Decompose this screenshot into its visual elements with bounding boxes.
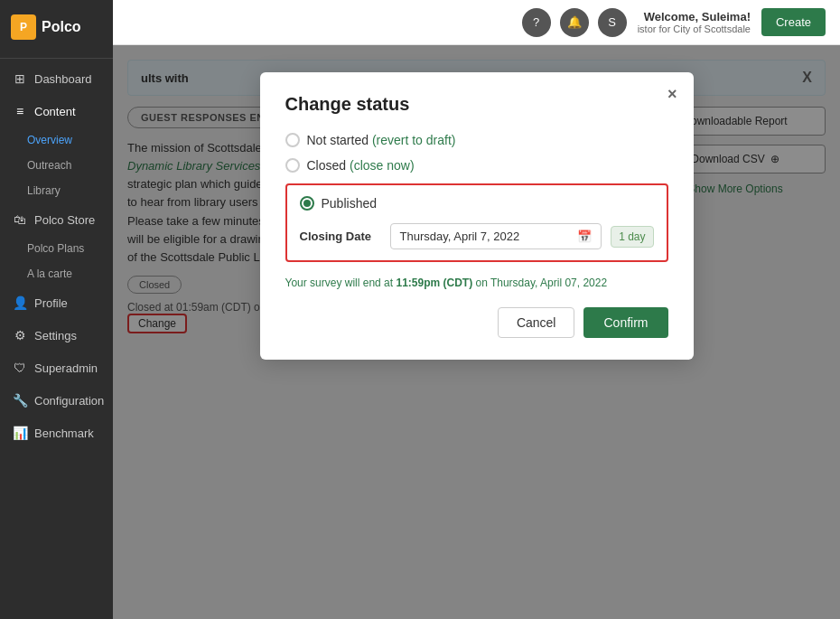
settings-icon: ⚙	[13, 328, 27, 342]
sidebar-subitem-overview[interactable]: Overview	[0, 127, 113, 153]
sidebar-item-benchmark[interactable]: 📊 Benchmark	[0, 417, 113, 449]
change-status-modal: Change status × Not started (revert to d…	[260, 72, 694, 360]
cancel-button[interactable]: Cancel	[498, 307, 575, 338]
content-icon: ≡	[13, 104, 27, 118]
avatar[interactable]: S	[598, 8, 627, 37]
radio-closed[interactable]: Closed (close now)	[285, 158, 668, 173]
modal-close-button[interactable]: ×	[667, 85, 677, 104]
sidebar-item-label-benchmark: Benchmark	[34, 427, 94, 440]
superadmin-icon: 🛡	[13, 361, 27, 375]
welcome-name: Welcome, Suleima!	[638, 10, 751, 23]
closing-date-row: Closing Date Thursday, April 7, 2022 📅 1…	[300, 223, 654, 249]
sidebar-item-profile[interactable]: 👤 Profile	[0, 286, 113, 319]
polco-logo-icon: P	[11, 14, 36, 40]
help-icon[interactable]: ?	[522, 8, 551, 37]
sidebar-item-content[interactable]: ≡ Content	[0, 95, 113, 127]
welcome-subtitle: istor for City of Scottsdale	[638, 23, 751, 34]
radio-published[interactable]: Published	[300, 196, 654, 211]
topbar-icon-group: ? 🔔 S	[522, 8, 627, 37]
sidebar-item-dashboard[interactable]: ⊞ Dashboard	[0, 62, 113, 95]
sidebar-logo: P Polco	[0, 0, 113, 54]
sidebar-item-label-profile: Profile	[34, 296, 68, 310]
sidebar-subitem-polco-plans[interactable]: Polco Plans	[0, 236, 113, 261]
radio-inner-published	[303, 200, 311, 207]
confirm-button[interactable]: Confirm	[583, 307, 667, 338]
radio-dot-not-started	[285, 133, 300, 147]
bell-icon[interactable]: 🔔	[560, 8, 589, 37]
sidebar-subitem-library[interactable]: Library	[0, 178, 113, 203]
configuration-icon: 🔧	[13, 393, 27, 408]
benchmark-icon: 📊	[13, 426, 27, 440]
dashboard-icon: ⊞	[13, 71, 27, 86]
modal-title: Change status	[285, 94, 668, 115]
welcome-text: Welcome, Suleima! istor for City of Scot…	[638, 10, 751, 34]
radio-label-published: Published	[322, 196, 378, 211]
sidebar-item-label-dashboard: Dashboard	[34, 72, 92, 86]
sidebar-subitem-a-la-carte[interactable]: A la carte	[0, 261, 113, 286]
published-box: Published Closing Date Thursday, April 7…	[285, 183, 668, 262]
day-badge: 1 day	[611, 226, 653, 248]
store-icon: 🛍	[13, 212, 27, 227]
survey-end-note: Your survey will end at 11:59pm (CDT) on…	[285, 277, 668, 289]
closing-date-value: Thursday, April 7, 2022	[400, 230, 520, 243]
modal-actions: Cancel Confirm	[285, 307, 668, 338]
status-radio-group: Not started (revert to draft) Closed (cl…	[285, 133, 668, 262]
closing-date-label: Closing Date	[300, 230, 381, 243]
polco-logo-text: Polco	[42, 19, 81, 35]
main-area: ? 🔔 S Welcome, Suleima! istor for City o…	[113, 0, 840, 619]
sidebar-item-polco-store[interactable]: 🛍 Polco Store	[0, 203, 113, 236]
radio-dot-published	[300, 196, 314, 211]
sidebar-subitem-outreach[interactable]: Outreach	[0, 153, 113, 178]
page-content: ults with X GUEST RESPONSES ENABLED The …	[113, 45, 840, 619]
profile-icon: 👤	[13, 295, 27, 310]
sidebar-item-configuration[interactable]: 🔧 Configuration	[0, 384, 113, 417]
modal-overlay: Change status × Not started (revert to d…	[113, 45, 840, 619]
sidebar-item-label-content: Content	[34, 105, 76, 118]
end-note-time: 11:59pm (CDT)	[396, 277, 472, 289]
sidebar-item-settings[interactable]: ⚙ Settings	[0, 319, 113, 352]
topbar: ? 🔔 S Welcome, Suleima! istor for City o…	[113, 0, 840, 45]
end-note-prefix: Your survey will end at	[285, 277, 397, 289]
sidebar-item-label-superadmin: Superadmin	[34, 361, 98, 375]
end-note-suffix: on Thursday, April 07, 2022	[472, 277, 607, 289]
create-button[interactable]: Create	[761, 8, 826, 36]
radio-not-started[interactable]: Not started (revert to draft)	[285, 133, 668, 147]
sidebar-item-superadmin[interactable]: 🛡 Superadmin	[0, 352, 113, 384]
sidebar: P Polco ⊞ Dashboard ≡ Content Overview O…	[0, 0, 113, 619]
sidebar-item-label-settings: Settings	[34, 329, 77, 342]
sidebar-item-label-configuration: Configuration	[34, 394, 104, 408]
calendar-icon: 📅	[577, 230, 592, 243]
sidebar-item-label-store: Polco Store	[34, 213, 95, 227]
radio-label-closed: Closed (close now)	[307, 158, 415, 173]
radio-label-not-started: Not started (revert to draft)	[307, 133, 456, 147]
radio-dot-closed	[285, 158, 300, 173]
closing-date-input[interactable]: Thursday, April 7, 2022 📅	[390, 223, 602, 249]
